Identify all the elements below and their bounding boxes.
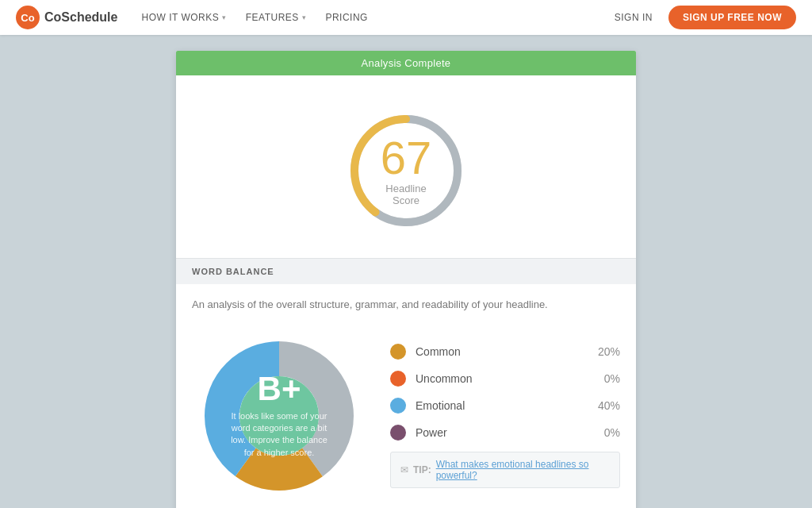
legend-pct-power: 0% bbox=[592, 426, 620, 439]
logo-icon: Co bbox=[16, 6, 40, 29]
legend-label-power: Power bbox=[416, 426, 583, 439]
word-balance-header: WORD BALANCE bbox=[176, 258, 636, 284]
word-balance-content: An analysis of the overall structure, gr… bbox=[176, 284, 636, 508]
chevron-down-icon: ▾ bbox=[302, 13, 307, 21]
nav-links: HOW IT WORKS ▾ FEATURES ▾ PRICING bbox=[141, 12, 614, 23]
main-card: Analysis Complete 67 Headline Score WO bbox=[176, 51, 636, 508]
legend-pct-common: 20% bbox=[592, 345, 620, 358]
score-label: Headline Score bbox=[374, 183, 438, 206]
page-body: Analysis Complete 67 Headline Score WO bbox=[0, 35, 812, 508]
common-dot bbox=[390, 344, 406, 360]
analysis-banner: Analysis Complete bbox=[176, 51, 636, 75]
emotional-dot bbox=[390, 398, 406, 414]
uncommon-dot bbox=[390, 371, 406, 387]
logo-text: CoSchedule bbox=[44, 10, 117, 25]
legend-item-power: Power 0% bbox=[390, 425, 620, 441]
nav-pricing[interactable]: PRICING bbox=[325, 12, 368, 23]
tip-link[interactable]: What makes emotional headlines so powerf… bbox=[436, 459, 610, 481]
logo[interactable]: Co CoSchedule bbox=[16, 6, 117, 29]
signup-button[interactable]: SIGN UP FREE NOW bbox=[668, 6, 796, 29]
tip-prefix: TIP: bbox=[413, 464, 431, 475]
score-number: 67 bbox=[374, 135, 438, 181]
tip-box: ✉ TIP: What makes emotional headlines so… bbox=[390, 452, 620, 488]
legend-item-common: Common 20% bbox=[390, 344, 620, 360]
donut-subtext: It looks like some of your word categori… bbox=[228, 410, 331, 460]
nav-how-it-works[interactable]: HOW IT WORKS ▾ bbox=[141, 12, 226, 23]
legend-item-emotional: Emotional 40% bbox=[390, 398, 620, 414]
chevron-down-icon: ▾ bbox=[222, 13, 227, 21]
score-section: 67 Headline Score bbox=[176, 75, 636, 258]
legend-label-uncommon: Uncommon bbox=[416, 372, 583, 385]
power-dot bbox=[390, 425, 406, 441]
word-balance-desc: An analysis of the overall structure, gr… bbox=[192, 297, 620, 313]
sign-in-link[interactable]: SIGN IN bbox=[615, 12, 653, 23]
legend-pct-uncommon: 0% bbox=[592, 372, 620, 385]
info-icon: ✉ bbox=[400, 464, 408, 475]
legend-label-common: Common bbox=[416, 345, 583, 358]
legend-pct-emotional: 40% bbox=[592, 399, 620, 412]
score-circle: 67 Headline Score bbox=[343, 107, 469, 234]
chart-area: B+ It looks like some of your word categ… bbox=[192, 329, 620, 503]
donut-center: B+ It looks like some of your word categ… bbox=[228, 372, 331, 460]
nav-right: SIGN IN SIGN UP FREE NOW bbox=[615, 6, 796, 29]
donut-chart: B+ It looks like some of your word categ… bbox=[192, 329, 366, 503]
donut-grade: B+ bbox=[228, 372, 331, 406]
legend-item-uncommon: Uncommon 0% bbox=[390, 371, 620, 387]
legend: Common 20% Uncommon 0% Emotional 40% bbox=[390, 344, 620, 441]
navbar: Co CoSchedule HOW IT WORKS ▾ FEATURES ▾ … bbox=[0, 0, 812, 35]
legend-label-emotional: Emotional bbox=[416, 399, 583, 412]
legend-area: Common 20% Uncommon 0% Emotional 40% bbox=[390, 344, 620, 488]
nav-features[interactable]: FEATURES ▾ bbox=[246, 12, 307, 23]
score-inner: 67 Headline Score bbox=[374, 135, 438, 206]
